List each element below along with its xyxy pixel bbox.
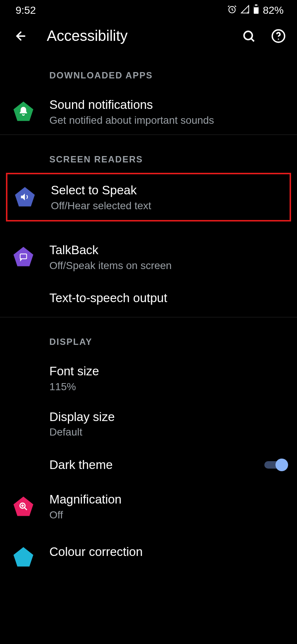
svg-rect-2: [255, 4, 258, 6]
item-title: Dark theme: [49, 457, 257, 473]
item-tts[interactable]: Text-to-speech output: [0, 280, 297, 317]
alarm-icon: [227, 4, 237, 17]
svg-point-7: [278, 38, 279, 39]
back-button[interactable]: [13, 28, 29, 44]
item-font-size[interactable]: Font size 115%: [0, 355, 297, 401]
item-sub: Get notified about important sounds: [49, 114, 278, 126]
page-title: Accessibility: [47, 27, 223, 44]
item-colour-correction[interactable]: Colour correction: [0, 529, 297, 566]
item-title: Text-to-speech output: [49, 290, 278, 306]
item-magnification[interactable]: Magnification Off: [0, 483, 297, 529]
item-talkback[interactable]: TalkBack Off/Speak items on screen: [0, 234, 297, 280]
item-title: Select to Speak: [51, 182, 277, 198]
svg-rect-4: [254, 6, 258, 7]
item-title: Magnification: [49, 492, 278, 508]
item-sub: Off/Hear selected text: [51, 200, 277, 212]
item-sub: 115%: [49, 381, 278, 393]
status-right: x 82%: [227, 4, 284, 17]
magnification-icon: [13, 496, 34, 517]
colour-correction-label: Colour correction: [49, 545, 143, 559]
battery-icon: [253, 4, 259, 17]
status-bar: 9:52 x 82%: [0, 0, 297, 21]
item-sound-notifications[interactable]: Sound notifications Get notified about i…: [0, 89, 297, 135]
svg-text:x: x: [247, 10, 249, 14]
item-title: Display size: [49, 409, 278, 425]
dark-theme-toggle[interactable]: [264, 459, 286, 471]
signal-icon: x: [241, 4, 249, 16]
item-sub: Off/Speak items on screen: [49, 260, 278, 272]
talkback-icon: [13, 246, 34, 268]
svg-marker-14: [13, 547, 33, 567]
item-dark-theme[interactable]: Dark theme: [0, 446, 297, 483]
highlight-select-to-speak: Select to Speak Off/Hear selected text: [6, 173, 291, 221]
help-button[interactable]: [270, 28, 287, 44]
item-title: TalkBack: [49, 242, 278, 258]
status-time: 9:52: [16, 4, 36, 16]
item-display-size[interactable]: Display size Default: [0, 401, 297, 447]
item-title: Font size: [49, 363, 278, 379]
item-title: Colour correction: [49, 544, 278, 560]
search-button[interactable]: [241, 28, 257, 44]
item-sub: Off: [49, 509, 278, 521]
battery-percent: 82%: [263, 4, 284, 16]
section-header-display: Display: [0, 317, 297, 355]
svg-rect-11: [20, 254, 26, 259]
colour-correction-icon: [13, 546, 34, 568]
item-select-to-speak[interactable]: Select to Speak Off/Hear selected text: [7, 174, 290, 220]
section-header-downloaded: Downloaded apps: [0, 51, 297, 89]
sound-notifications-icon: [13, 101, 34, 122]
item-title: Sound notifications: [49, 97, 278, 113]
select-to-speak-icon: [14, 186, 36, 208]
section-header-readers: Screen readers: [0, 135, 297, 173]
app-bar: Accessibility: [0, 21, 297, 51]
svg-point-5: [244, 31, 252, 39]
item-sub: Default: [49, 426, 278, 438]
